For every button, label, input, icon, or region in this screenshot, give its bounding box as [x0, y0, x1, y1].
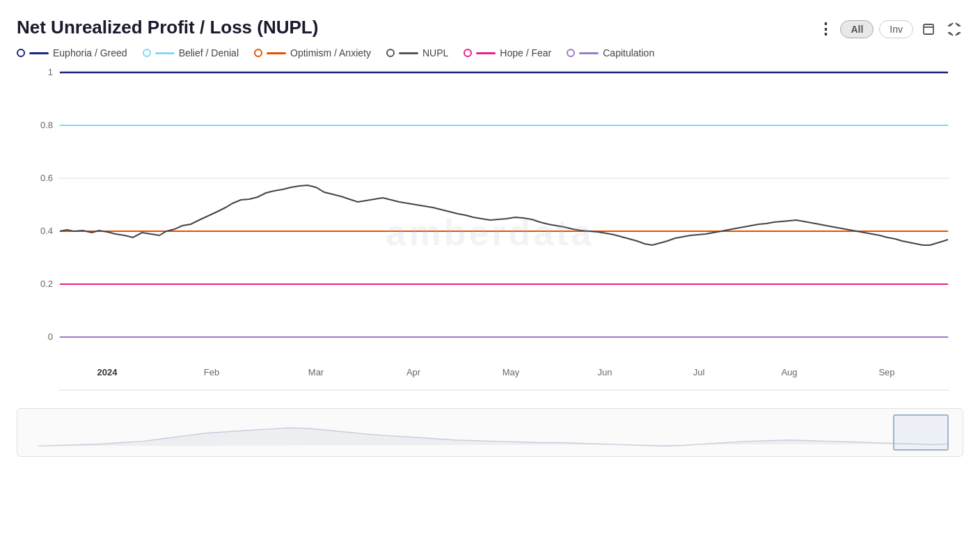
svg-text:Aug: Aug — [781, 367, 797, 377]
svg-text:0: 0 — [48, 332, 53, 342]
svg-text:Apr: Apr — [406, 367, 421, 377]
svg-text:Sep: Sep — [878, 367, 894, 377]
legend-item-nupl[interactable]: NUPL — [386, 47, 448, 58]
more-options-icon[interactable]: ⋮ — [818, 20, 835, 38]
svg-text:0.6: 0.6 — [40, 173, 53, 183]
svg-text:0.4: 0.4 — [40, 226, 53, 236]
chart-svg[interactable]: 1 0.8 0.6 0.4 0.2 0 2024 Feb Mar Apr May… — [17, 65, 963, 400]
legend-item-optimism[interactable]: Optimism / Anxiety — [254, 47, 371, 58]
header-row: Net Unrealized Profit / Loss (NUPL) ⋮ Al… — [17, 17, 963, 39]
inv-button[interactable]: Inv — [879, 20, 913, 38]
svg-text:Jul: Jul — [693, 367, 705, 377]
all-button[interactable]: All — [840, 20, 874, 38]
svg-rect-0 — [924, 24, 933, 34]
header-controls: ⋮ All Inv — [818, 20, 963, 39]
scroll-thumb[interactable] — [893, 414, 949, 451]
chart-area: amberdata 1 0.8 0.6 0.4 0.2 0 2024 Feb M… — [17, 65, 963, 400]
mini-chart[interactable] — [17, 408, 963, 457]
svg-text:Jun: Jun — [598, 367, 612, 377]
svg-text:0.8: 0.8 — [40, 120, 53, 130]
svg-text:1: 1 — [48, 67, 53, 77]
expand-icon[interactable] — [919, 20, 938, 39]
svg-text:2024: 2024 — [97, 367, 118, 377]
legend-row: Euphoria / Greed Belief / Denial Optimis… — [17, 47, 963, 61]
svg-text:Feb: Feb — [204, 367, 219, 377]
legend-item-belief[interactable]: Belief / Denial — [143, 47, 239, 58]
reset-icon[interactable] — [944, 20, 963, 39]
legend-item-euphoria[interactable]: Euphoria / Greed — [17, 47, 127, 58]
chart-container: Net Unrealized Profit / Loss (NUPL) ⋮ Al… — [0, 0, 980, 546]
legend-item-hope[interactable]: Hope / Fear — [464, 47, 551, 58]
svg-text:May: May — [503, 367, 520, 377]
svg-text:Mar: Mar — [308, 367, 324, 377]
chart-title: Net Unrealized Profit / Loss (NUPL) — [17, 17, 318, 38]
svg-text:0.2: 0.2 — [40, 279, 53, 289]
legend-item-capitulation[interactable]: Capitulation — [567, 47, 654, 58]
